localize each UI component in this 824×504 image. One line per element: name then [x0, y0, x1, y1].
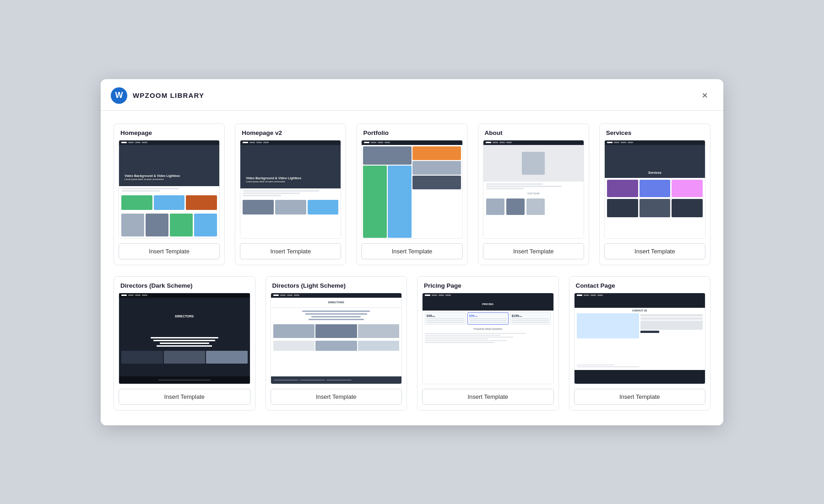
insert-button-about[interactable]: Insert Template	[483, 243, 584, 259]
close-button[interactable]: ×	[699, 89, 710, 102]
template-preview-pricing: PRICING $49/mo $99/mo	[422, 293, 554, 384]
template-preview-portfolio	[361, 140, 462, 239]
template-card-directors-dark: Directors (Dark Scheme) DIRECTORS	[114, 276, 255, 411]
template-preview-about: OUR TEAM	[483, 140, 584, 239]
insert-button-contact[interactable]: Insert Template	[574, 389, 706, 405]
template-card-contact: Contact Page CONTACT US	[569, 276, 711, 411]
template-label-about: About	[478, 124, 589, 140]
template-card-portfolio: Portfolio	[356, 123, 467, 265]
modal-body: Homepage Video Background & Video Lightb…	[101, 111, 723, 425]
template-preview-directors-dark: DIRECTORS	[119, 293, 250, 384]
template-label-directors-light: Directors (Light Scheme)	[266, 277, 407, 293]
header-left: W WPZOOM LIBRARY	[111, 87, 204, 104]
template-label-pricing: Pricing Page	[417, 277, 558, 293]
template-card-homepage: Homepage Video Background & Video Lightb…	[114, 123, 225, 265]
template-preview-directors-light: DIRECTORS	[271, 293, 402, 384]
insert-button-portfolio[interactable]: Insert Template	[361, 243, 462, 259]
template-card-homepage-v2: Homepage v2 Video Background & Video Lig…	[235, 123, 346, 265]
modal-header: W WPZOOM LIBRARY ×	[101, 79, 723, 111]
template-label-homepage: Homepage	[114, 124, 224, 140]
insert-button-directors-light[interactable]: Insert Template	[271, 389, 402, 405]
template-label-services: Services	[600, 124, 710, 140]
templates-row-2: Directors (Dark Scheme) DIRECTORS	[114, 276, 710, 411]
insert-button-homepage-v2[interactable]: Insert Template	[240, 243, 341, 259]
template-preview-homepage-v2: Video Background & Video LightboxLorem i…	[240, 140, 341, 239]
modal-title: WPZOOM LIBRARY	[133, 91, 204, 99]
template-preview-homepage: Video Background & Video LightboxLorem i…	[119, 140, 220, 239]
template-label-portfolio: Portfolio	[357, 124, 467, 140]
template-card-pricing: Pricing Page PRICING $49/mo	[417, 276, 559, 411]
template-preview-services: Services	[604, 140, 705, 239]
insert-button-pricing[interactable]: Insert Template	[422, 389, 554, 405]
template-label-directors-dark: Directors (Dark Scheme)	[114, 277, 255, 293]
insert-button-homepage[interactable]: Insert Template	[119, 243, 220, 259]
template-card-services: Services Services	[599, 123, 710, 265]
modal-container: W WPZOOM LIBRARY × Homepage Video Backgr…	[101, 79, 723, 425]
template-card-about: About OUR TEAM	[478, 123, 589, 265]
template-label-contact: Contact Page	[569, 277, 710, 293]
template-card-directors-light: Directors (Light Scheme) DIRECTORS	[266, 276, 407, 411]
template-label-homepage-v2: Homepage v2	[235, 124, 346, 140]
templates-row-1: Homepage Video Background & Video Lightb…	[114, 123, 710, 265]
wpzoom-logo: W	[111, 87, 127, 104]
template-preview-contact: CONTACT US	[574, 293, 706, 384]
insert-button-directors-dark[interactable]: Insert Template	[119, 389, 250, 405]
insert-button-services[interactable]: Insert Template	[604, 243, 705, 259]
